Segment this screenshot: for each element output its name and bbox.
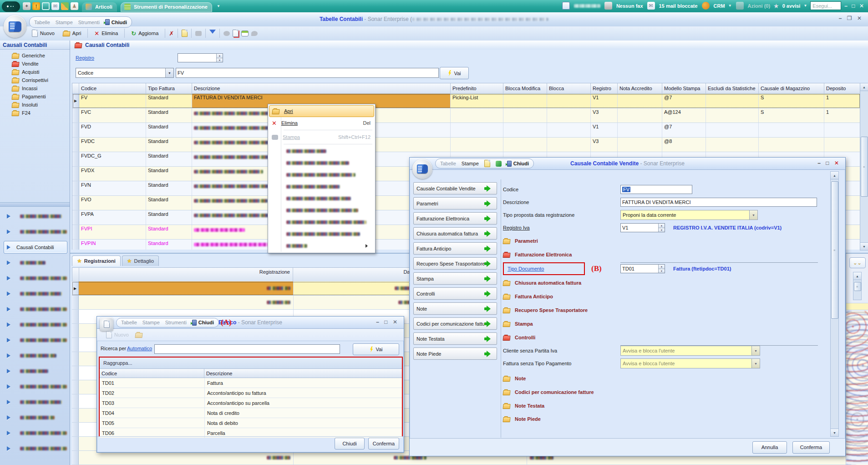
context-apri[interactable]: Apri: [269, 105, 374, 117]
sidebar-nav-item[interactable]: [4, 427, 67, 439]
scroll-down-icon[interactable]: ▼: [860, 242, 868, 250]
elenco-row[interactable]: TD03 Acconto/anticipo su parcella: [100, 398, 402, 408]
elenco-chiudi-button[interactable]: Chiudi: [335, 438, 365, 450]
col-blocca-modifica[interactable]: Blocca Modifica: [503, 83, 547, 93]
sidebar-folder-item[interactable]: Insoluti: [0, 101, 70, 109]
search-input[interactable]: FV: [176, 68, 439, 78]
col-registrazione[interactable]: Registrazione: [79, 268, 293, 281]
causale-nav-item[interactable]: Fatturazione Elettronica: [413, 212, 497, 225]
section-fatturazione-elettronica[interactable]: Fatturazione Elettronica: [503, 248, 827, 261]
context-menu-item[interactable]: [269, 181, 374, 193]
scroll-up-icon[interactable]: ▲: [853, 272, 861, 280]
alert-icon[interactable]: !: [32, 2, 40, 10]
mail-status[interactable]: 15 mail bloccate: [659, 3, 698, 9]
combo-dropdown-icon[interactable]: ▼: [749, 210, 757, 220]
tab-dettaglio[interactable]: ★Dettaglio: [122, 255, 159, 266]
elimina-button[interactable]: ✕Elimina: [91, 29, 121, 38]
sidebar-nav-item[interactable]: [4, 396, 67, 409]
section-controlli[interactable]: Controlli: [503, 331, 827, 344]
run-input[interactable]: Esegui...: [810, 1, 841, 10]
tipo-proposta-select[interactable]: Proponi la data corrente ▼: [620, 210, 758, 220]
context-elimina[interactable]: ✕ Elimina Del: [269, 117, 374, 129]
spinner-arrows-icon[interactable]: ▲▼: [658, 224, 665, 232]
context-menu-item[interactable]: [269, 204, 374, 216]
combo-dropdown-icon[interactable]: ▼: [751, 359, 760, 368]
section-recupero[interactable]: Recupero Spese Trasportatore: [503, 303, 827, 317]
causale-titlebar[interactable]: Tabelle Stampe Chiudi Causale Contabile …: [410, 158, 845, 170]
sidebar-nav-item[interactable]: [4, 272, 67, 285]
col-descrizione[interactable]: Descrizione: [192, 83, 451, 93]
nuovo-button[interactable]: Nuovo: [29, 29, 57, 38]
context-menu-item[interactable]: [269, 228, 374, 240]
app-logo-icon[interactable]: [2, 1, 20, 12]
menu-strumenti[interactable]: Strumenti: [78, 20, 100, 25]
section-stampa[interactable]: Stampa: [503, 317, 827, 331]
scroll-up-icon[interactable]: ▲: [860, 83, 868, 91]
table-vscrollbar[interactable]: ▲ ≡ ▼: [860, 83, 868, 250]
sidebar-nav-item[interactable]: [4, 318, 67, 331]
sidebar-nav-item[interactable]: [4, 380, 67, 393]
clear-filter-icon[interactable]: ✗: [169, 30, 174, 37]
causale-nav-item[interactable]: Note: [413, 302, 497, 315]
col-codice[interactable]: Codice: [79, 83, 146, 93]
col-nota-accredito[interactable]: Nota Accredito: [618, 83, 662, 93]
elenco-titlebar[interactable]: Tabelle Stampe Strumenti Chiudi (A) Elen…: [97, 317, 404, 329]
hand-icon[interactable]: ✦: [23, 2, 30, 10]
cliente-select[interactable]: Avvisa e blocca l'utente ▼: [620, 346, 760, 356]
context-menu-item[interactable]: [269, 169, 374, 181]
causale-nav-item[interactable]: Chiusura automatica fattura: [413, 227, 497, 240]
conferma-button[interactable]: Conferma: [792, 441, 830, 454]
section-chiusura[interactable]: Chiusura automatica fattura: [503, 276, 827, 290]
fax-status[interactable]: Nessun fax: [616, 3, 643, 9]
table-row[interactable]: FVD Standard V1 @7: [72, 123, 860, 138]
sidebar-folder-item[interactable]: F24: [0, 109, 70, 117]
sidebar-folder-item[interactable]: Pagamenti: [0, 92, 70, 101]
user-icon[interactable]: ♟: [71, 2, 78, 10]
col-causale-magazzino[interactable]: Causale di Magazzino: [759, 83, 824, 93]
menu-tabelle[interactable]: Tabelle: [440, 161, 456, 166]
section-parametri[interactable]: Parametri: [503, 234, 827, 248]
elenco-row[interactable]: TD04 Nota di credito: [100, 408, 402, 418]
scroll-down-icon[interactable]: ▼: [831, 429, 838, 436]
menu-chiudi[interactable]: Chiudi: [105, 19, 127, 25]
menu-strumenti[interactable]: Strumenti: [165, 320, 187, 325]
col-escludi-statistiche[interactable]: Escludi da Statistiche: [706, 83, 759, 93]
col-registro[interactable]: Registro: [591, 83, 618, 93]
col-codice[interactable]: Codice: [100, 369, 204, 378]
sidebar-nav-item[interactable]: [4, 303, 67, 316]
expand-chevron-icon[interactable]: ⌄⌄: [849, 257, 866, 268]
sidebar-folder-item[interactable]: Incassi: [0, 84, 70, 92]
causale-nav-item[interactable]: Parametri: [413, 197, 497, 210]
col-deposito[interactable]: Deposito: [824, 83, 860, 93]
causale-nav-item[interactable]: Stampa: [413, 272, 497, 285]
descrizione-input[interactable]: FATTURA DI VENDITA MERCI: [620, 198, 817, 207]
section-codici-comunicazione[interactable]: Codici per comunicazione fatture: [503, 385, 827, 399]
sidebar-nav-item[interactable]: [4, 349, 67, 362]
menu-tabelle[interactable]: Tabelle: [121, 320, 137, 325]
mail-icon[interactable]: ✉: [51, 2, 59, 10]
col-predefinito[interactable]: Predefinito: [451, 83, 503, 93]
vai-button[interactable]: Vai: [440, 67, 469, 79]
doc-icon[interactable]: [484, 160, 490, 167]
table-row[interactable]: ▶ FV Standard FATTURA DI VENDITA MERCI P…: [72, 94, 860, 108]
window-icon[interactable]: [241, 31, 249, 36]
spinner-arrows-icon[interactable]: ▲▼: [658, 265, 665, 273]
causale-nav-item[interactable]: Fattura Anticipo: [413, 242, 497, 255]
document-icon[interactable]: [562, 2, 570, 10]
elenco-conferma-button[interactable]: Conferma: [368, 438, 399, 450]
elenco-window-controls[interactable]: – □ ✕: [376, 319, 399, 325]
crm-label[interactable]: CRM: [714, 3, 725, 9]
main-window-controls[interactable]: – ❐ ✕: [839, 15, 863, 21]
table-row[interactable]: FVDC Standard V3 @8: [72, 138, 860, 152]
filter-icon[interactable]: [209, 30, 216, 37]
tipo-documento-link[interactable]: Tipo Documento: [508, 266, 544, 271]
sidebar-folder-item[interactable]: Generiche: [0, 51, 70, 60]
elenco-search-input[interactable]: [154, 344, 340, 354]
table-row[interactable]: FVC Standard V3 A@124 S 1: [72, 108, 860, 123]
alerts-chevron-icon[interactable]: ▼: [803, 4, 807, 8]
elenco-row[interactable]: TD01 Fattura: [100, 378, 402, 388]
col-tipo-fattura[interactable]: Tipo Fattura: [146, 83, 192, 93]
causale-nav-item[interactable]: Recupero Spese Trasportatore: [413, 257, 497, 270]
causale-nav-item[interactable]: Note Piede: [413, 347, 497, 360]
causale-nav-item[interactable]: Codici per comunicazione fattu: [413, 317, 497, 330]
